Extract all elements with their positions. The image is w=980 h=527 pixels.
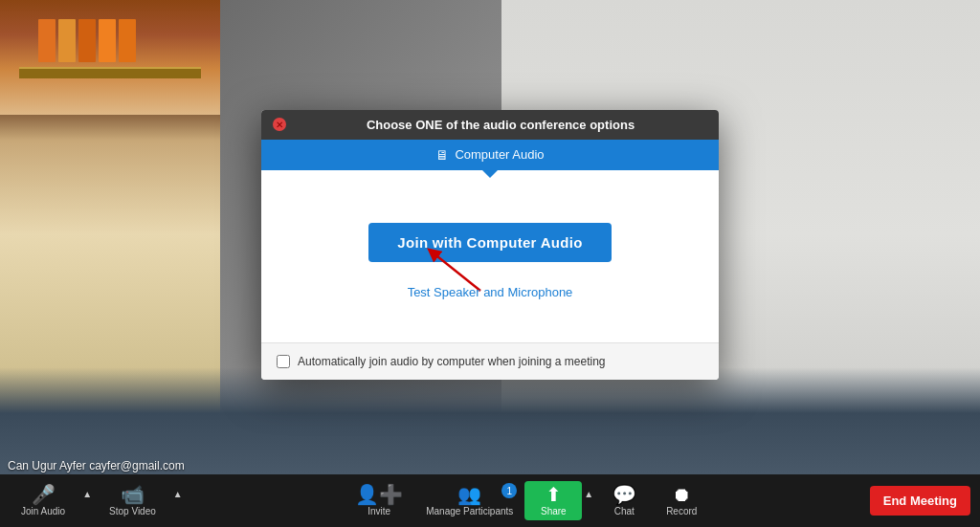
modal-overlay: ✕ Choose ONE of the audio conference opt… — [0, 0, 980, 527]
modal-footer: Automatically join audio by computer whe… — [261, 342, 719, 380]
close-icon: ✕ — [276, 120, 283, 130]
auto-join-label: Automatically join audio by computer whe… — [298, 355, 606, 368]
modal-close-button[interactable]: ✕ — [273, 118, 286, 131]
audio-options-modal: ✕ Choose ONE of the audio conference opt… — [261, 110, 719, 380]
auto-join-checkbox[interactable] — [277, 355, 290, 368]
computer-audio-icon: 🖥 — [435, 147, 449, 163]
modal-titlebar: ✕ Choose ONE of the audio conference opt… — [261, 110, 719, 140]
test-speaker-microphone-link[interactable]: Test Speaker and Microphone — [408, 285, 573, 299]
modal-title: Choose ONE of the audio conference optio… — [294, 118, 707, 132]
modal-body: Join with Computer Audio Test Speaker an… — [261, 170, 719, 342]
computer-audio-tab-label: Computer Audio — [455, 147, 544, 162]
modal-tab-bar[interactable]: 🖥 Computer Audio — [261, 140, 719, 170]
